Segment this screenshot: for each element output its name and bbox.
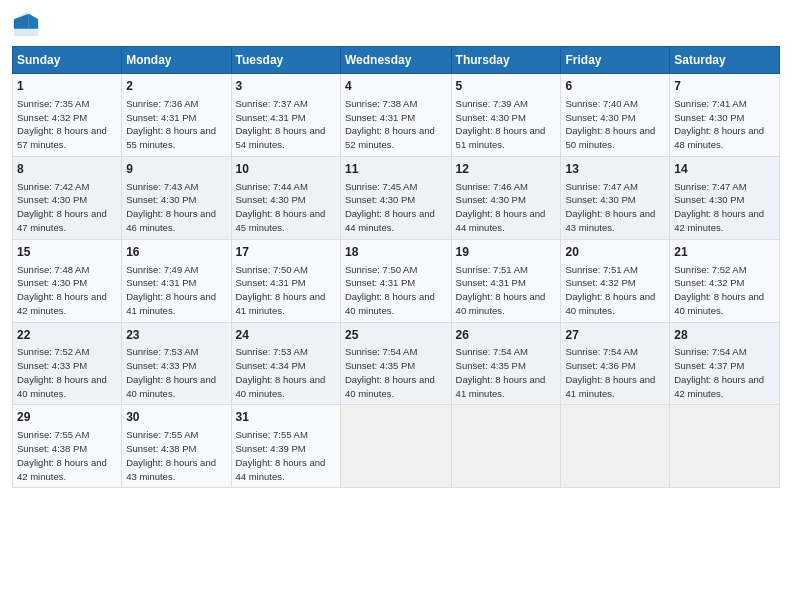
- day-number: 25: [345, 327, 447, 344]
- calendar-day-cell: 5Sunrise: 7:39 AM Sunset: 4:30 PM Daylig…: [451, 74, 561, 157]
- day-number: 8: [17, 161, 117, 178]
- calendar-day-cell: 12Sunrise: 7:46 AM Sunset: 4:30 PM Dayli…: [451, 156, 561, 239]
- day-number: 17: [236, 244, 336, 261]
- weekday-header: Sunday: [13, 47, 122, 74]
- day-number: 3: [236, 78, 336, 95]
- day-number: 2: [126, 78, 226, 95]
- day-number: 20: [565, 244, 665, 261]
- calendar-week-row: 15Sunrise: 7:48 AM Sunset: 4:30 PM Dayli…: [13, 239, 780, 322]
- logo-icon: [12, 10, 40, 38]
- calendar-day-cell: 4Sunrise: 7:38 AM Sunset: 4:31 PM Daylig…: [340, 74, 451, 157]
- day-info: Sunrise: 7:52 AM Sunset: 4:32 PM Dayligh…: [674, 263, 775, 318]
- day-number: 31: [236, 409, 336, 426]
- calendar-day-cell: 31Sunrise: 7:55 AM Sunset: 4:39 PM Dayli…: [231, 405, 340, 488]
- day-number: 15: [17, 244, 117, 261]
- day-info: Sunrise: 7:51 AM Sunset: 4:31 PM Dayligh…: [456, 263, 557, 318]
- day-number: 18: [345, 244, 447, 261]
- calendar-day-cell: 16Sunrise: 7:49 AM Sunset: 4:31 PM Dayli…: [122, 239, 231, 322]
- day-info: Sunrise: 7:55 AM Sunset: 4:38 PM Dayligh…: [17, 428, 117, 483]
- weekday-header: Thursday: [451, 47, 561, 74]
- day-info: Sunrise: 7:37 AM Sunset: 4:31 PM Dayligh…: [236, 97, 336, 152]
- day-info: Sunrise: 7:35 AM Sunset: 4:32 PM Dayligh…: [17, 97, 117, 152]
- day-number: 13: [565, 161, 665, 178]
- day-number: 12: [456, 161, 557, 178]
- day-number: 1: [17, 78, 117, 95]
- day-info: Sunrise: 7:47 AM Sunset: 4:30 PM Dayligh…: [565, 180, 665, 235]
- calendar-day-cell: 22Sunrise: 7:52 AM Sunset: 4:33 PM Dayli…: [13, 322, 122, 405]
- day-number: 9: [126, 161, 226, 178]
- calendar-day-cell: 15Sunrise: 7:48 AM Sunset: 4:30 PM Dayli…: [13, 239, 122, 322]
- day-number: 4: [345, 78, 447, 95]
- calendar-day-cell: 26Sunrise: 7:54 AM Sunset: 4:35 PM Dayli…: [451, 322, 561, 405]
- weekday-header: Friday: [561, 47, 670, 74]
- calendar-day-cell: 27Sunrise: 7:54 AM Sunset: 4:36 PM Dayli…: [561, 322, 670, 405]
- day-number: 6: [565, 78, 665, 95]
- day-info: Sunrise: 7:38 AM Sunset: 4:31 PM Dayligh…: [345, 97, 447, 152]
- day-number: 24: [236, 327, 336, 344]
- day-info: Sunrise: 7:55 AM Sunset: 4:39 PM Dayligh…: [236, 428, 336, 483]
- day-number: 11: [345, 161, 447, 178]
- calendar-day-cell: 17Sunrise: 7:50 AM Sunset: 4:31 PM Dayli…: [231, 239, 340, 322]
- day-number: 5: [456, 78, 557, 95]
- day-number: 14: [674, 161, 775, 178]
- day-number: 28: [674, 327, 775, 344]
- calendar-day-cell: 14Sunrise: 7:47 AM Sunset: 4:30 PM Dayli…: [670, 156, 780, 239]
- day-info: Sunrise: 7:53 AM Sunset: 4:33 PM Dayligh…: [126, 345, 226, 400]
- day-info: Sunrise: 7:50 AM Sunset: 4:31 PM Dayligh…: [345, 263, 447, 318]
- calendar-week-row: 29Sunrise: 7:55 AM Sunset: 4:38 PM Dayli…: [13, 405, 780, 488]
- day-info: Sunrise: 7:47 AM Sunset: 4:30 PM Dayligh…: [674, 180, 775, 235]
- calendar-day-cell: [340, 405, 451, 488]
- calendar-day-cell: 18Sunrise: 7:50 AM Sunset: 4:31 PM Dayli…: [340, 239, 451, 322]
- day-info: Sunrise: 7:54 AM Sunset: 4:36 PM Dayligh…: [565, 345, 665, 400]
- day-number: 16: [126, 244, 226, 261]
- page-container: SundayMondayTuesdayWednesdayThursdayFrid…: [0, 0, 792, 498]
- calendar-day-cell: [561, 405, 670, 488]
- calendar-day-cell: 7Sunrise: 7:41 AM Sunset: 4:30 PM Daylig…: [670, 74, 780, 157]
- calendar-day-cell: 8Sunrise: 7:42 AM Sunset: 4:30 PM Daylig…: [13, 156, 122, 239]
- day-info: Sunrise: 7:36 AM Sunset: 4:31 PM Dayligh…: [126, 97, 226, 152]
- day-info: Sunrise: 7:50 AM Sunset: 4:31 PM Dayligh…: [236, 263, 336, 318]
- day-info: Sunrise: 7:42 AM Sunset: 4:30 PM Dayligh…: [17, 180, 117, 235]
- day-number: 30: [126, 409, 226, 426]
- calendar-day-cell: [451, 405, 561, 488]
- day-info: Sunrise: 7:52 AM Sunset: 4:33 PM Dayligh…: [17, 345, 117, 400]
- calendar-day-cell: 11Sunrise: 7:45 AM Sunset: 4:30 PM Dayli…: [340, 156, 451, 239]
- day-number: 26: [456, 327, 557, 344]
- day-info: Sunrise: 7:51 AM Sunset: 4:32 PM Dayligh…: [565, 263, 665, 318]
- calendar-week-row: 22Sunrise: 7:52 AM Sunset: 4:33 PM Dayli…: [13, 322, 780, 405]
- day-number: 21: [674, 244, 775, 261]
- calendar-day-cell: 30Sunrise: 7:55 AM Sunset: 4:38 PM Dayli…: [122, 405, 231, 488]
- calendar-day-cell: 9Sunrise: 7:43 AM Sunset: 4:30 PM Daylig…: [122, 156, 231, 239]
- day-number: 22: [17, 327, 117, 344]
- weekday-header: Monday: [122, 47, 231, 74]
- day-info: Sunrise: 7:44 AM Sunset: 4:30 PM Dayligh…: [236, 180, 336, 235]
- weekday-header: Saturday: [670, 47, 780, 74]
- day-info: Sunrise: 7:45 AM Sunset: 4:30 PM Dayligh…: [345, 180, 447, 235]
- day-number: 27: [565, 327, 665, 344]
- calendar-day-cell: 3Sunrise: 7:37 AM Sunset: 4:31 PM Daylig…: [231, 74, 340, 157]
- calendar-day-cell: 13Sunrise: 7:47 AM Sunset: 4:30 PM Dayli…: [561, 156, 670, 239]
- day-info: Sunrise: 7:40 AM Sunset: 4:30 PM Dayligh…: [565, 97, 665, 152]
- weekday-header: Tuesday: [231, 47, 340, 74]
- day-info: Sunrise: 7:39 AM Sunset: 4:30 PM Dayligh…: [456, 97, 557, 152]
- page-header: [12, 10, 780, 38]
- day-info: Sunrise: 7:54 AM Sunset: 4:37 PM Dayligh…: [674, 345, 775, 400]
- day-number: 7: [674, 78, 775, 95]
- day-info: Sunrise: 7:49 AM Sunset: 4:31 PM Dayligh…: [126, 263, 226, 318]
- day-number: 29: [17, 409, 117, 426]
- day-number: 23: [126, 327, 226, 344]
- calendar-day-cell: 19Sunrise: 7:51 AM Sunset: 4:31 PM Dayli…: [451, 239, 561, 322]
- calendar-week-row: 1Sunrise: 7:35 AM Sunset: 4:32 PM Daylig…: [13, 74, 780, 157]
- svg-marker-1: [29, 14, 38, 29]
- calendar-header-row: SundayMondayTuesdayWednesdayThursdayFrid…: [13, 47, 780, 74]
- day-info: Sunrise: 7:46 AM Sunset: 4:30 PM Dayligh…: [456, 180, 557, 235]
- calendar-day-cell: 21Sunrise: 7:52 AM Sunset: 4:32 PM Dayli…: [670, 239, 780, 322]
- calendar-day-cell: 25Sunrise: 7:54 AM Sunset: 4:35 PM Dayli…: [340, 322, 451, 405]
- calendar-day-cell: 28Sunrise: 7:54 AM Sunset: 4:37 PM Dayli…: [670, 322, 780, 405]
- weekday-header: Wednesday: [340, 47, 451, 74]
- calendar-day-cell: 29Sunrise: 7:55 AM Sunset: 4:38 PM Dayli…: [13, 405, 122, 488]
- calendar-day-cell: 24Sunrise: 7:53 AM Sunset: 4:34 PM Dayli…: [231, 322, 340, 405]
- day-number: 19: [456, 244, 557, 261]
- day-info: Sunrise: 7:54 AM Sunset: 4:35 PM Dayligh…: [345, 345, 447, 400]
- calendar-table: SundayMondayTuesdayWednesdayThursdayFrid…: [12, 46, 780, 488]
